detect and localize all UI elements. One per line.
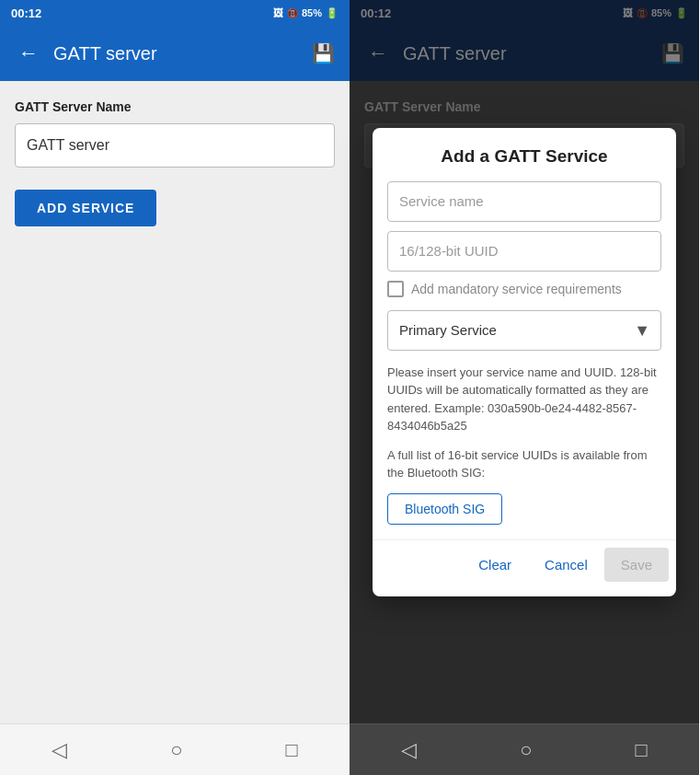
bluetooth-sig-button[interactable]: Bluetooth SIG [387, 493, 502, 525]
mandatory-checkbox-label: Add mandatory service requirements [411, 282, 622, 296]
gatt-server-name-label-left: GATT Server Name [15, 99, 335, 114]
time-left: 00:12 [11, 6, 41, 20]
photo-icon: 🖼 [273, 7, 283, 18]
status-bar-left: 00:12 🖼 📵 85% 🔋 [0, 0, 350, 26]
add-service-button-left[interactable]: ADD SERVICE [15, 190, 156, 226]
app-bar-left: ← GATT server 💾 [0, 26, 350, 81]
nav-recent-right[interactable]: □ [636, 738, 648, 762]
app-title-left: GATT server [53, 43, 301, 64]
mandatory-checkbox-row[interactable]: Add mandatory service requirements [387, 281, 661, 297]
right-panel: 00:12 🖼 📵 85% 🔋 ← GATT server 💾 GATT Ser… [350, 0, 699, 775]
nav-recent-left[interactable]: □ [286, 738, 298, 762]
bottom-nav-right: ◁ ○ □ [350, 723, 699, 775]
nav-home-left[interactable]: ○ [170, 738, 182, 762]
uuid-input[interactable] [387, 231, 661, 272]
service-type-select[interactable]: Primary Service Secondary Service [387, 310, 661, 351]
service-name-input[interactable] [387, 181, 661, 222]
add-gatt-service-dialog: Add a GATT Service Add mandatory service… [373, 128, 676, 596]
gatt-server-name-input-left[interactable] [15, 123, 335, 168]
save-dialog-button[interactable]: Save [604, 548, 669, 582]
nav-back-right[interactable]: ◁ [401, 738, 417, 762]
battery-left: 85% [302, 7, 322, 18]
signal-icon: 📵 [287, 8, 298, 18]
left-panel: 00:12 🖼 📵 85% 🔋 ← GATT server 💾 GATT Ser… [0, 0, 350, 775]
dialog-actions: Clear Cancel Save [373, 539, 676, 589]
info-text-1: Please insert your service name and UUID… [387, 364, 661, 435]
dialog-body: Add mandatory service requirements Prima… [373, 181, 676, 539]
save-button-left[interactable]: 💾 [312, 42, 335, 64]
dialog-overlay: Add a GATT Service Add mandatory service… [350, 0, 699, 723]
back-button-left[interactable]: ← [15, 38, 42, 69]
status-icons-left: 🖼 📵 85% 🔋 [273, 7, 339, 19]
left-content: GATT Server Name ADD SERVICE [0, 81, 350, 723]
mandatory-checkbox[interactable] [387, 281, 404, 297]
battery-icon-left: 🔋 [326, 7, 339, 19]
clear-button[interactable]: Clear [462, 548, 528, 582]
cancel-button[interactable]: Cancel [528, 548, 604, 582]
service-type-select-wrapper: Primary Service Secondary Service ▼ [387, 310, 661, 351]
bottom-nav-left: ◁ ○ □ [0, 723, 350, 775]
info-text-2: A full list of 16-bit service UUIDs is a… [387, 446, 661, 482]
dialog-title: Add a GATT Service [373, 128, 676, 181]
nav-home-right[interactable]: ○ [520, 738, 532, 762]
nav-back-left[interactable]: ◁ [52, 738, 67, 762]
